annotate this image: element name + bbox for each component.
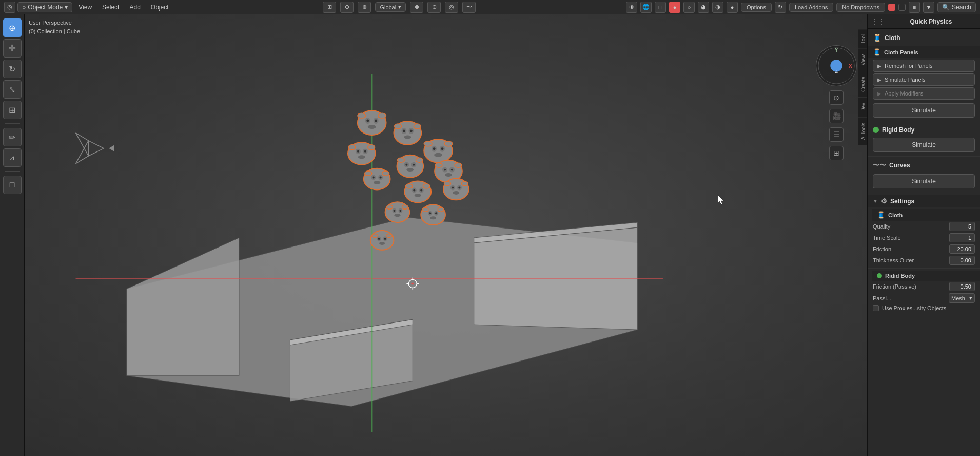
cloth-section-header[interactable]: 🧵 Cloth bbox=[868, 32, 980, 44]
panel-options-btn[interactable]: ⋮⋮ bbox=[871, 17, 885, 26]
vtab-tool[interactable]: Tool bbox=[858, 29, 867, 49]
rigid-body-simulate-btn[interactable]: Simulate bbox=[873, 138, 975, 152]
use-proxies-checkbox[interactable] bbox=[873, 305, 879, 311]
svg-point-103 bbox=[386, 234, 393, 238]
simulate-panels-btn[interactable]: ▶ Simulate Panels bbox=[873, 73, 975, 86]
svg-point-63 bbox=[382, 171, 389, 176]
settings-cloth-icon: 🧵 bbox=[877, 211, 885, 219]
wave-icon[interactable]: 〜 bbox=[462, 2, 476, 13]
filter-icon[interactable]: ▼ bbox=[923, 2, 934, 13]
svg-point-35 bbox=[357, 150, 359, 153]
friction-label: Friction bbox=[873, 246, 947, 252]
menu-add[interactable]: Add bbox=[125, 3, 144, 12]
remesh-panels-label: Remesh for Panels bbox=[885, 63, 933, 69]
svg-point-91 bbox=[429, 212, 431, 214]
refresh-icon[interactable]: ↻ bbox=[775, 2, 786, 13]
rigid-body-label: Rigid Body bbox=[882, 126, 914, 134]
quality-value[interactable]: 5 bbox=[949, 222, 975, 231]
options-button[interactable]: Options bbox=[741, 3, 772, 12]
view-icon[interactable]: □ bbox=[655, 2, 666, 13]
viewport[interactable]: User Perspective (0) Collection | Cube Y… bbox=[25, 14, 867, 456]
svg-point-87 bbox=[402, 205, 408, 209]
time-scale-row: Time Scale 1 bbox=[868, 232, 980, 243]
proportional-icon[interactable]: ◎ bbox=[445, 2, 458, 13]
snap3-icon[interactable]: ⊛ bbox=[358, 2, 371, 13]
vtab-atools[interactable]: A-Tools bbox=[858, 117, 867, 145]
svg-point-15 bbox=[378, 113, 386, 118]
passive-mesh-dropdown[interactable]: Mesh ▾ bbox=[949, 293, 975, 303]
svg-point-47 bbox=[416, 158, 423, 162]
mode-icon-btn[interactable]: ◎ bbox=[4, 2, 15, 13]
svg-point-37 bbox=[358, 155, 365, 159]
menu-select[interactable]: Select bbox=[98, 3, 123, 12]
shading-material[interactable]: ◑ bbox=[712, 2, 723, 13]
scale-tool[interactable]: ⤡ bbox=[3, 80, 22, 99]
main-area: ⊕ ✛ ↻ ⤡ ⊞ ✏ ⊿ □ bbox=[0, 14, 980, 456]
mode-selector[interactable]: ○ Object Mode ▾ bbox=[17, 2, 72, 12]
right-panel: ⋮⋮ Quick Physics 🧵 Cloth 🧵 Cloth Panels … bbox=[867, 14, 980, 456]
cloth-simulate-btn[interactable]: Simulate bbox=[873, 103, 975, 118]
top-center: ⊞ ⊕ ⊛ Global ▾ ⊗ ⊙ ◎ 〜 bbox=[175, 2, 624, 13]
shading-render[interactable]: ● bbox=[727, 2, 738, 13]
curves-label: Curves bbox=[889, 162, 910, 169]
settings-section-header[interactable]: ▼ ⚙ Settings bbox=[868, 195, 980, 207]
time-scale-value[interactable]: 1 bbox=[949, 233, 975, 242]
svg-point-46 bbox=[397, 158, 404, 162]
viewport-gizmo[interactable]: Y X Z bbox=[816, 45, 857, 86]
perspective-btn[interactable]: ⊙ bbox=[829, 90, 844, 105]
move-tool[interactable]: ✛ bbox=[3, 39, 22, 58]
friction-value[interactable]: 20.00 bbox=[949, 244, 975, 254]
svg-point-27 bbox=[433, 147, 436, 150]
svg-point-43 bbox=[405, 164, 407, 166]
measure-tool[interactable]: ⊿ bbox=[3, 148, 22, 167]
snap-icon[interactable]: ⊞ bbox=[323, 2, 336, 13]
cursor-tool[interactable]: ⊕ bbox=[3, 18, 22, 37]
remesh-panels-btn[interactable]: ▶ Remesh for Panels bbox=[873, 60, 975, 72]
shading-solid[interactable]: ◕ bbox=[698, 2, 709, 13]
color1-icon[interactable] bbox=[888, 4, 895, 11]
rotate-tool[interactable]: ↻ bbox=[3, 60, 22, 78]
pivot2-icon[interactable]: ⊙ bbox=[427, 2, 441, 13]
transform-tool[interactable]: ⊞ bbox=[3, 101, 22, 119]
rigid-body-section-header[interactable]: Rigid Body bbox=[868, 124, 980, 136]
svg-point-69 bbox=[415, 194, 421, 197]
apply-play-icon: ▶ bbox=[877, 91, 881, 97]
shading-dot[interactable]: ● bbox=[669, 2, 680, 13]
friction-passive-value[interactable]: 0.50 bbox=[949, 282, 975, 291]
no-dropdowns-button[interactable]: No Dropdowns bbox=[836, 3, 885, 12]
curves-simulate-btn[interactable]: Simulate bbox=[873, 174, 975, 188]
menu-view[interactable]: View bbox=[74, 3, 96, 12]
svg-point-100 bbox=[384, 238, 386, 240]
svg-point-109 bbox=[411, 283, 414, 285]
vtab-create[interactable]: Create bbox=[858, 71, 867, 97]
scene-icon[interactable]: 🌐 bbox=[640, 2, 652, 13]
settings-view-btn[interactable]: ⊞ bbox=[829, 146, 844, 160]
thickness-outer-value[interactable]: 0.00 bbox=[949, 256, 975, 265]
pivot-icon[interactable]: ⊗ bbox=[410, 2, 423, 13]
svg-point-45 bbox=[406, 168, 414, 172]
add-cube-tool[interactable]: □ bbox=[3, 176, 22, 194]
simulate-panels-label: Simulate Panels bbox=[885, 77, 926, 83]
vtab-dev[interactable]: Dev bbox=[858, 97, 867, 117]
render-icon[interactable]: 👁 bbox=[626, 2, 637, 13]
menu-object[interactable]: Object bbox=[147, 3, 173, 12]
snap2-icon[interactable]: ⊕ bbox=[340, 2, 354, 13]
quality-label: Quality bbox=[873, 223, 947, 230]
camera-btn[interactable]: 🎥 bbox=[829, 109, 844, 123]
apply-modifiers-btn[interactable]: ▶ Apply Modifiers bbox=[873, 87, 975, 100]
mode-label: Object Mode bbox=[28, 4, 63, 11]
search-bar[interactable]: 🔍 Search bbox=[937, 2, 976, 12]
load-addons-button[interactable]: Load Addons bbox=[789, 3, 833, 12]
transform-dropdown[interactable]: Global ▾ bbox=[375, 2, 406, 12]
svg-point-96 bbox=[370, 231, 394, 250]
shading-circle[interactable]: ○ bbox=[683, 2, 695, 13]
curves-section-header[interactable]: 〜〜 Curves bbox=[868, 159, 980, 172]
list-icon[interactable]: ≡ bbox=[909, 2, 920, 13]
apply-modifiers-label: Apply Modifiers bbox=[885, 90, 923, 97]
vtab-view[interactable]: View bbox=[858, 49, 867, 71]
annotate-tool[interactable]: ✏ bbox=[3, 128, 22, 146]
svg-point-55 bbox=[455, 163, 462, 167]
color2-icon[interactable] bbox=[898, 4, 906, 11]
viewport-scene bbox=[25, 14, 867, 456]
scene-view-btn[interactable]: ☰ bbox=[829, 127, 844, 142]
